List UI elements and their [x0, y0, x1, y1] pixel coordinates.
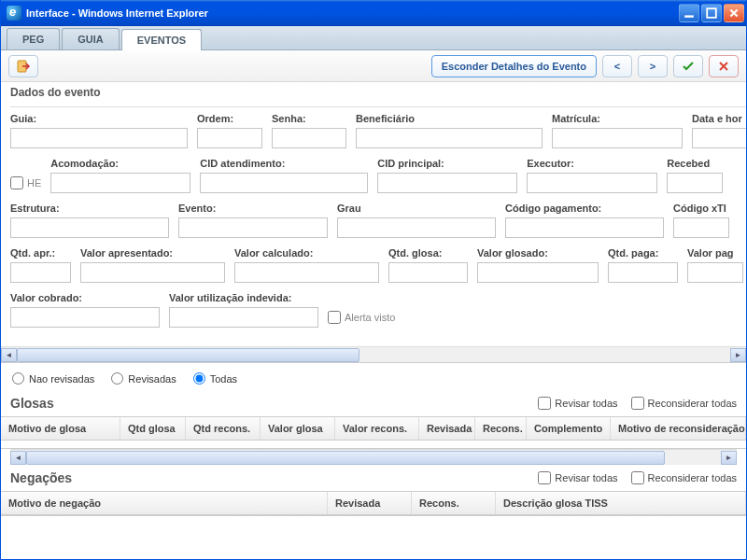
input-beneficiario[interactable]: [356, 128, 543, 148]
input-qtd-glosa[interactable]: [388, 262, 468, 283]
col-neg-recons[interactable]: Recons.: [412, 492, 496, 514]
glosas-revisar-todas[interactable]: Revisar todas: [538, 397, 617, 410]
input-grau[interactable]: [337, 217, 496, 238]
input-valor-utiliz[interactable]: [169, 307, 318, 328]
label-valor-utiliz: Valor utilização indevida:: [169, 292, 318, 303]
col-motivo-reconsid[interactable]: Motivo de reconsideração: [611, 417, 746, 440]
scroll-thumb[interactable]: [17, 348, 359, 362]
alerta-visto-wrap: Alerta visto: [328, 307, 395, 328]
prev-button[interactable]: <: [602, 55, 632, 77]
glosas-grid-body: [1, 441, 746, 448]
col-revisada[interactable]: Revisada: [419, 417, 475, 440]
scroll-left-icon[interactable]: ◄: [1, 348, 17, 362]
label-guia: Guia:: [10, 113, 188, 124]
col-valor-recons[interactable]: Valor recons.: [335, 417, 419, 440]
input-matricula[interactable]: [552, 128, 683, 148]
input-valor-cobrado[interactable]: [10, 307, 160, 328]
input-codigo-xth[interactable]: [673, 217, 729, 238]
scroll-right-icon[interactable]: ►: [730, 348, 746, 362]
form-hscroll[interactable]: ◄ ►: [1, 346, 746, 362]
toolbar: Esconder Detalhes do Evento < >: [1, 50, 746, 82]
label-ordem: Ordem:: [197, 113, 262, 124]
input-senha[interactable]: [272, 128, 346, 148]
radio-nao-revisadas[interactable]: Nao revisadas: [12, 372, 94, 385]
app-window: Interface - Windows Internet Explorer PE…: [0, 0, 747, 560]
col-neg-revisada[interactable]: Revisada: [328, 492, 412, 514]
scroll-thumb[interactable]: [26, 451, 665, 465]
input-cid-princ[interactable]: [377, 173, 517, 193]
tab-peg[interactable]: PEG: [7, 28, 60, 49]
glosas-title: Glosas: [10, 396, 525, 411]
label-grau: Grau: [337, 203, 496, 214]
col-qtd-glosa[interactable]: Qtd glosa: [120, 417, 186, 440]
glosas-reconsiderar-todas[interactable]: Reconsiderar todas: [631, 397, 737, 410]
label-recebed: Recebed: [667, 158, 723, 169]
ie-icon: [7, 6, 21, 21]
label-codigo-xth: Código xTI: [673, 203, 729, 214]
glosas-header: Glosas Revisar todas Reconsiderar todas: [1, 394, 746, 416]
titlebar: Interface - Windows Internet Explorer: [1, 0, 746, 26]
tabbar: PEG GUIA EVENTOS: [1, 26, 746, 50]
scroll-left-icon[interactable]: ◄: [10, 451, 26, 465]
label-estrutura: Estrutura:: [10, 203, 169, 214]
input-estrutura[interactable]: [10, 217, 169, 238]
input-codigo-pag[interactable]: [505, 217, 664, 238]
confirm-button[interactable]: [673, 55, 703, 77]
glosas-grid: Motivo de glosa Qtd glosa Qtd recons. Va…: [1, 416, 746, 449]
col-descricao-tiss[interactable]: Descrição glosa TISS: [496, 492, 746, 514]
radio-todas[interactable]: Todas: [193, 372, 237, 385]
input-qtd-apr[interactable]: [10, 262, 71, 283]
exit-button[interactable]: [8, 55, 38, 77]
glosas-hscroll[interactable]: ◄ ►: [10, 449, 737, 465]
col-motivo-negacao[interactable]: Motivo de negação: [1, 492, 328, 514]
col-motivo-glosa[interactable]: Motivo de glosa: [1, 417, 120, 440]
svg-rect-0: [684, 15, 694, 17]
negacoes-revisar-todas[interactable]: Revisar todas: [538, 471, 617, 484]
scroll-right-icon[interactable]: ►: [721, 451, 737, 465]
input-valor-glosado[interactable]: [477, 262, 599, 283]
glosas-grid-head: Motivo de glosa Qtd glosa Qtd recons. Va…: [1, 417, 746, 441]
input-qtd-paga[interactable]: [608, 262, 678, 283]
input-ordem[interactable]: [197, 128, 262, 148]
content: Dados do evento Guia: Ordem: Senha: Bene…: [1, 82, 746, 559]
label-acomodacao: Acomodação:: [50, 158, 190, 169]
esconder-detalhes-button[interactable]: Esconder Detalhes do Evento: [431, 55, 597, 77]
tab-guia[interactable]: GUIA: [62, 28, 120, 49]
label-beneficiario: Beneficiário: [356, 113, 543, 124]
input-valor-calculado[interactable]: [234, 262, 379, 283]
radio-revisadas[interactable]: Revisadas: [111, 372, 176, 385]
label-qtd-paga: Qtd. paga:: [608, 247, 678, 259]
input-evento[interactable]: [178, 217, 328, 238]
negacoes-grid-head: Motivo de negação Revisada Recons. Descr…: [1, 492, 746, 515]
form-scroll: Guia: Ordem: Senha: Beneficiário Matrícu…: [1, 101, 746, 363]
input-guia[interactable]: [10, 128, 188, 148]
minimize-button[interactable]: [679, 4, 699, 22]
next-button[interactable]: >: [638, 55, 668, 77]
negacoes-title: Negações: [10, 470, 525, 485]
alerta-visto-checkbox[interactable]: [328, 311, 341, 324]
col-qtd-recons[interactable]: Qtd recons.: [186, 417, 261, 440]
he-checkbox-wrap: HE: [10, 173, 41, 193]
input-acomodacao[interactable]: [50, 173, 190, 193]
close-button[interactable]: [724, 4, 744, 22]
col-complemento[interactable]: Complemento: [527, 417, 611, 440]
label-codigo-pag: Código pagamento:: [505, 203, 664, 214]
label-alerta-visto: Alerta visto: [345, 312, 395, 323]
input-recebed[interactable]: [667, 173, 723, 193]
label-matricula: Matrícula:: [552, 113, 683, 124]
dados-evento-label: Dados do evento: [1, 82, 746, 101]
tab-eventos[interactable]: EVENTOS: [121, 29, 202, 50]
input-data-hora[interactable]: [692, 128, 746, 148]
input-valor-apresentado[interactable]: [80, 262, 225, 283]
he-checkbox[interactable]: [10, 176, 23, 189]
col-recons[interactable]: Recons.: [475, 417, 527, 440]
maximize-button[interactable]: [701, 4, 722, 22]
input-executor[interactable]: [527, 173, 657, 193]
negacoes-reconsiderar-todas[interactable]: Reconsiderar todas: [631, 471, 737, 484]
col-valor-glosa[interactable]: Valor glosa: [261, 417, 335, 440]
input-valor-pag[interactable]: [687, 262, 743, 283]
delete-button[interactable]: [709, 55, 739, 77]
form-area: Guia: Ordem: Senha: Beneficiário Matrícu…: [1, 101, 746, 346]
window-title: Interface - Windows Internet Explorer: [26, 7, 208, 19]
input-cid-atend[interactable]: [200, 173, 368, 193]
